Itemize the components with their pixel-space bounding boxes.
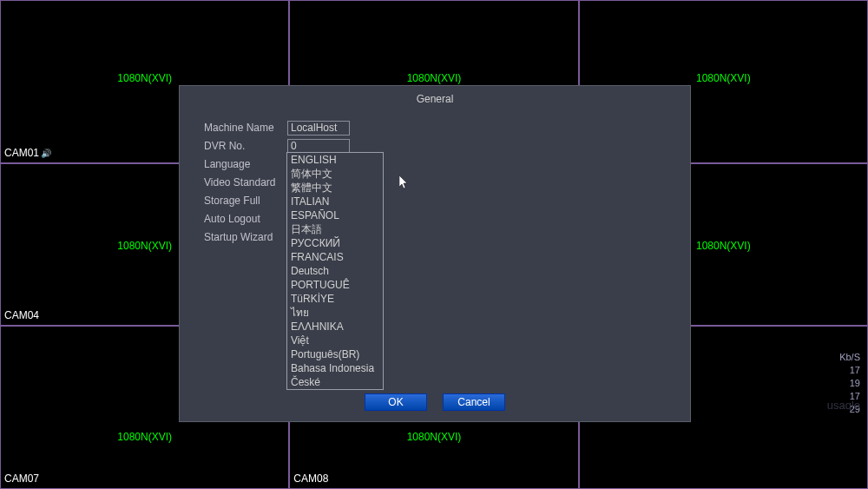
dvr-no-label: DVR No.: [204, 140, 287, 152]
stats-row: 17: [839, 364, 860, 377]
language-option[interactable]: Việt: [287, 334, 383, 347]
camera-label-1: CAM01🔊: [4, 147, 51, 159]
speaker-icon: 🔊: [41, 149, 51, 158]
stats-row: 19: [839, 377, 860, 390]
language-option[interactable]: ไทย: [287, 306, 383, 320]
language-option[interactable]: ΕΛΛΗΝΙΚΑ: [287, 320, 383, 334]
startup-wizard-label: Startup Wizard: [204, 231, 287, 243]
resolution-label: 1080N(XVI): [117, 72, 172, 84]
cancel-button[interactable]: Cancel: [443, 393, 505, 411]
language-option[interactable]: TüRKİYE: [287, 292, 383, 306]
language-option[interactable]: PORTUGUÊ: [287, 278, 383, 292]
resolution-label: 1080N(XVI): [407, 431, 462, 443]
language-option[interactable]: 繁體中文: [287, 181, 383, 195]
stats-header: Kb/S: [839, 351, 860, 364]
language-option[interactable]: ENGLISH: [287, 153, 383, 167]
camera-label-4: CAM04: [4, 309, 39, 321]
video-standard-label: Video Standard: [204, 176, 287, 188]
general-settings-dialog: General Machine Name DVR No. Language EN…: [179, 85, 691, 422]
language-option[interactable]: ITALIAN: [287, 195, 383, 208]
resolution-label: 1080N(XVI): [407, 72, 462, 84]
resolution-label: 1080N(XVI): [696, 240, 751, 252]
dvr-no-input[interactable]: [287, 139, 350, 154]
machine-name-input[interactable]: [287, 121, 350, 135]
language-option[interactable]: Português(BR): [287, 347, 383, 361]
machine-name-label: Machine Name: [204, 122, 287, 134]
watermark: usaqlo: [827, 399, 860, 412]
language-option[interactable]: Bahasa Indonesia: [287, 361, 383, 375]
language-option[interactable]: РУССКИЙ: [287, 236, 383, 250]
camera-label-7: CAM07: [4, 472, 39, 485]
resolution-label: 1080N(XVI): [117, 240, 172, 252]
language-option[interactable]: FRANCAIS: [287, 250, 383, 264]
camera-label-8: CAM08: [293, 472, 328, 485]
resolution-label: 1080N(XVI): [117, 431, 172, 443]
language-dropdown[interactable]: ENGLISH简体中文繁體中文ITALIANESPAÑOL日本語РУССКИЙF…: [286, 152, 384, 390]
language-option[interactable]: 简体中文: [287, 167, 383, 181]
language-label: Language: [204, 158, 287, 170]
language-option[interactable]: 日本語: [287, 222, 383, 236]
settings-form: Machine Name DVR No. Language ENGLISH ▾ …: [180, 116, 690, 250]
language-option[interactable]: ESPAÑOL: [287, 208, 383, 222]
storage-full-label: Storage Full: [204, 195, 287, 207]
language-option[interactable]: České: [287, 375, 383, 389]
language-option[interactable]: Deutsch: [287, 264, 383, 278]
auto-logout-label: Auto Logout: [204, 213, 287, 225]
dialog-title: General: [180, 86, 690, 116]
resolution-label: 1080N(XVI): [696, 72, 751, 84]
ok-button[interactable]: OK: [365, 393, 427, 411]
